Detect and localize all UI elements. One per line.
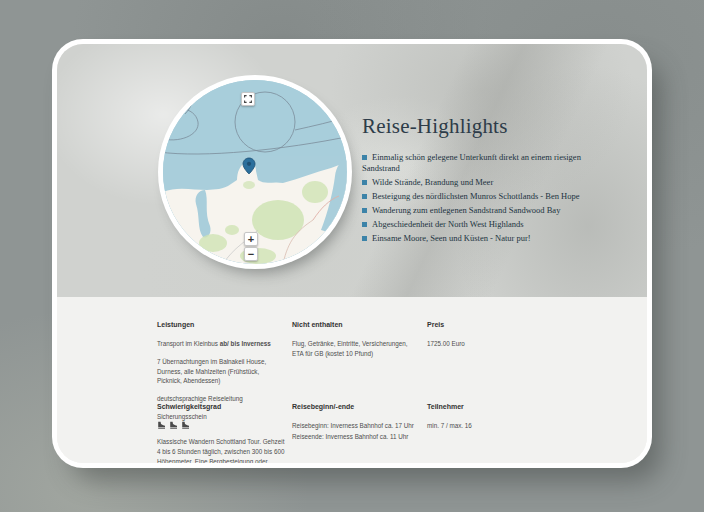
section-schwierigkeitsgrad: Schwierigkeitsgrad Klassische Wandern Sc… — [157, 403, 285, 463]
highlight-item: Einmalig schön gelegene Unterkunft direk… — [362, 152, 600, 174]
bullet-square-icon — [362, 155, 367, 160]
preis-heading: Preis — [427, 321, 547, 328]
section-preis: Preis 1725.00 Euro — [427, 321, 547, 357]
schwierigkeitsgrad-text: Klassische Wandern Schottland Tour. Gehz… — [157, 437, 285, 463]
nicht-enthalten-text: Flug, Getränke, Eintritte, Versicherunge… — [292, 339, 418, 359]
highlight-item: Wilde Strände, Brandung und Meer — [362, 177, 600, 188]
map-marker-icon[interactable] — [242, 157, 256, 175]
highlights-block: Reise-Highlights Einmalig schön gelegene… — [362, 114, 600, 247]
map-fullscreen-button[interactable] — [241, 92, 255, 106]
schwierigkeitsgrad-heading: Schwierigkeitsgrad — [157, 403, 285, 410]
section-reisebeginn: Reisebeginn/-ende Reisebeginn: Inverness… — [292, 403, 418, 450]
boot-icon — [181, 421, 190, 430]
map-zoom-out-button[interactable]: − — [244, 247, 258, 261]
reisebeginn-heading: Reisebeginn/-ende — [292, 403, 418, 410]
leistungen-item: 7 Übernachtungen im Balnakeil House, Dur… — [157, 357, 285, 386]
map-widget[interactable]: + − — [163, 80, 347, 264]
teilnehmer-value: min. 7 / max. 16 — [427, 421, 547, 431]
highlights-list: Einmalig schön gelegene Unterkunft direk… — [362, 152, 600, 244]
reisebeginn-line2: Reiseende: Inverness Bahnhof ca. 11 Uhr — [292, 432, 418, 442]
bullet-square-icon — [362, 194, 367, 199]
bullet-square-icon — [362, 208, 367, 213]
hero-section: + − Reise-Highlights Einmalig schön gele… — [57, 44, 647, 297]
highlight-text: Einmalig schön gelegene Unterkunft direk… — [362, 152, 581, 173]
leistungen-transport: Transport im Kleinbus ab/ bis Inverness — [157, 339, 285, 349]
teilnehmer-heading: Teilnehmer — [427, 403, 547, 410]
map-zoom-in-button[interactable]: + — [244, 232, 258, 246]
bullet-square-icon — [362, 236, 367, 241]
details-section: Leistungen Transport im Kleinbus ab/ bis… — [57, 297, 647, 463]
highlight-text: Wanderung zum entlegenen Sandstrand Sand… — [372, 205, 560, 215]
transport-bold: ab/ bis Inverness — [220, 340, 271, 347]
highlight-text: Besteigung des nördlichsten Munros Schot… — [372, 191, 580, 201]
preis-value: 1725.00 Euro — [427, 339, 547, 349]
highlight-item: Einsame Moore, Seen und Küsten - Natur p… — [362, 233, 600, 244]
highlight-text: Abgeschiedenheit der North West Highland… — [372, 219, 524, 229]
highlight-item: Besteigung des nördlichsten Munros Schot… — [362, 191, 600, 202]
page-title: Reise-Highlights — [362, 114, 600, 139]
bullet-square-icon — [362, 180, 367, 185]
highlight-text: Wilde Strände, Brandung und Meer — [372, 177, 493, 187]
highlight-item: Abgeschiedenheit der North West Highland… — [362, 219, 600, 230]
highlight-item: Wanderung zum entlegenen Sandstrand Sand… — [362, 205, 600, 216]
leistungen-heading: Leistungen — [157, 321, 285, 328]
section-nicht-enthalten: Nicht enthalten Flug, Getränke, Eintritt… — [292, 321, 418, 367]
bullet-square-icon — [362, 222, 367, 227]
difficulty-rating — [157, 421, 285, 430]
boot-icon — [169, 421, 178, 430]
travel-detail-card: + − Reise-Highlights Einmalig schön gele… — [57, 44, 647, 463]
fullscreen-icon — [244, 95, 252, 103]
transport-prefix: Transport im Kleinbus — [157, 340, 220, 347]
section-teilnehmer: Teilnehmer min. 7 / max. 16 — [427, 403, 547, 439]
reisebeginn-line1: Reisebeginn: Inverness Bahnhof ca. 17 Uh… — [292, 421, 418, 431]
highlight-text: Einsame Moore, Seen und Küsten - Natur p… — [372, 233, 531, 243]
boot-icon — [157, 421, 166, 430]
nicht-enthalten-heading: Nicht enthalten — [292, 321, 418, 328]
